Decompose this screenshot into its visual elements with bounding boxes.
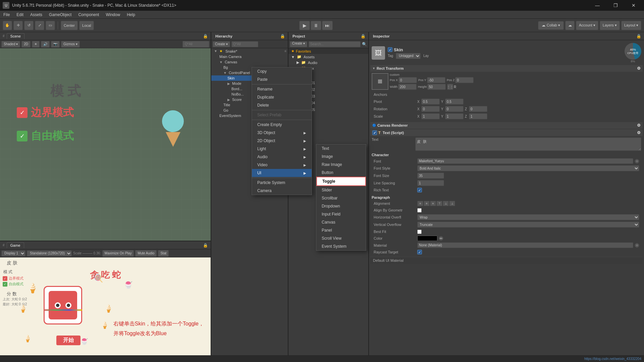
mute-audio[interactable]: Mute Audio xyxy=(135,250,157,257)
menu-gameobject[interactable]: GameObject xyxy=(46,11,75,18)
scale-y-input[interactable] xyxy=(445,113,464,119)
ctx-create-empty[interactable]: Create Empty xyxy=(252,121,312,129)
align-center-btn[interactable]: ≡ xyxy=(424,201,430,206)
enable-checkbox[interactable]: ✓ xyxy=(388,47,392,52)
raycast-checkbox[interactable]: ✓ xyxy=(417,250,422,254)
hierarchy-item-maincamera[interactable]: Main Camera xyxy=(211,54,288,59)
rect-tool-button[interactable]: ▭ xyxy=(46,21,55,30)
ctx-delete[interactable]: Delete xyxy=(252,101,312,109)
ctx-copy[interactable]: Copy xyxy=(252,67,312,75)
resolution-select[interactable]: Standalone (1280x720) xyxy=(27,250,72,256)
align-bottom-btn[interactable]: ⊥ xyxy=(449,201,455,206)
scene-search-input[interactable] xyxy=(182,41,209,48)
font-style-dropdown[interactable]: Bold And Italic xyxy=(417,165,639,171)
text-settings-icon[interactable]: ⚙ xyxy=(637,130,641,135)
move-tool-button[interactable]: ✛ xyxy=(13,21,23,30)
canvas-renderer-header[interactable]: 🔵 Canvas Renderer ⚙ xyxy=(370,122,643,129)
ctx-rename[interactable]: Rename xyxy=(252,85,312,93)
hierarchy-lock-icon[interactable]: 🔒 xyxy=(280,34,285,39)
ctx-2d-object[interactable]: 2D Object ▶ xyxy=(252,137,312,145)
ctx-select-prefab[interactable]: Select Prefab xyxy=(252,111,312,119)
play-button[interactable]: ▶ xyxy=(299,21,310,30)
pos-z-input[interactable] xyxy=(455,77,474,83)
align-top-btn[interactable]: ⊤ xyxy=(436,201,442,206)
step-button[interactable]: ⏭ xyxy=(322,21,333,30)
hierarchy-create-btn[interactable]: Create ▾ xyxy=(213,41,230,47)
ctx-3d-object[interactable]: 3D Object ▶ xyxy=(252,129,312,137)
project-item-audio[interactable]: ▶ 📁 Audio xyxy=(288,60,368,65)
width-input[interactable] xyxy=(398,84,417,90)
menu-component[interactable]: Component xyxy=(75,11,102,18)
rot-z-input[interactable] xyxy=(469,106,487,112)
ctx-ui[interactable]: UI ▶ xyxy=(252,169,312,177)
horiz-overflow-dropdown[interactable]: Wrap xyxy=(417,214,639,220)
display-select[interactable]: Display 1 xyxy=(1,250,25,256)
align-middle-btn[interactable]: ⊥ xyxy=(443,201,449,206)
gizmos-dropdown[interactable]: Gizmos ▾ xyxy=(61,41,80,48)
submenu-panel[interactable]: Panel xyxy=(316,226,366,234)
2d-toggle[interactable]: 2D xyxy=(21,41,31,48)
pos-x-input[interactable] xyxy=(398,77,417,83)
close-button[interactable]: ✕ xyxy=(626,0,641,11)
menu-help[interactable]: Help xyxy=(123,11,139,18)
r-button[interactable]: ⋮⋮ xyxy=(447,84,453,90)
collab-button[interactable]: ☁ Collab ▾ xyxy=(538,21,564,30)
pause-button[interactable]: ⏸ xyxy=(311,21,321,30)
rich-text-checkbox[interactable]: ✓ xyxy=(417,188,422,192)
rot-x-input[interactable] xyxy=(421,106,440,112)
submenu-toggle[interactable]: Toggle xyxy=(316,177,366,186)
text-textarea[interactable]: 皮 肤 xyxy=(415,137,641,151)
game-lock-icon[interactable]: 🔒 xyxy=(203,243,208,248)
project-create-btn[interactable]: Create ▾ xyxy=(290,41,307,47)
stats-toggle[interactable]: Stat xyxy=(158,250,169,257)
ctx-audio[interactable]: Audio ▶ xyxy=(252,153,312,161)
lighting-toggle[interactable]: ☀ xyxy=(32,41,40,48)
material-picker-btn[interactable]: ○ xyxy=(635,243,639,248)
scale-x-input[interactable] xyxy=(421,113,440,119)
effects-toggle[interactable]: 📷 xyxy=(51,41,60,48)
maximize-button[interactable]: ❐ xyxy=(608,0,623,11)
pivot-x-input[interactable] xyxy=(421,99,440,105)
align-by-geometry-checkbox[interactable] xyxy=(417,208,422,213)
layout-dropdown[interactable]: Layout ▾ xyxy=(621,21,641,30)
submenu-input-field[interactable]: Input Field xyxy=(316,210,366,218)
best-fit-checkbox[interactable] xyxy=(417,230,422,234)
menu-window[interactable]: Window xyxy=(102,11,123,18)
project-lock-icon[interactable]: 🔒 xyxy=(361,34,366,39)
pivot-y-input[interactable] xyxy=(445,99,464,105)
tab-scene[interactable]: Scene xyxy=(7,33,24,39)
ctx-duplicate[interactable]: Duplicate xyxy=(252,93,312,101)
rot-y-input[interactable] xyxy=(445,106,464,112)
maximize-on-play[interactable]: Maximize On Play xyxy=(102,250,134,257)
search-icon[interactable]: 🔍 xyxy=(362,42,367,47)
ctx-paste[interactable]: Paste xyxy=(252,75,312,83)
project-search-input[interactable] xyxy=(309,41,361,47)
inspector-lock-icon[interactable]: 🔒 xyxy=(636,34,641,39)
submenu-canvas[interactable]: Canvas xyxy=(316,218,366,226)
tag-dropdown[interactable]: Untagged xyxy=(396,53,421,59)
rect-diagram[interactable] xyxy=(372,73,388,90)
rect-transform-header[interactable]: ▼ Rect Transform ⚙ xyxy=(370,65,643,72)
center-dropdown[interactable]: Center xyxy=(61,21,78,30)
color-swatch[interactable] xyxy=(417,236,437,241)
hierarchy-item-snake[interactable]: ▼ ★ Snake* ≡ xyxy=(211,48,288,54)
audio-toggle[interactable]: 🔊 xyxy=(41,41,50,48)
submenu-event-system[interactable]: Event System xyxy=(316,242,366,250)
submenu-slider[interactable]: Slider xyxy=(316,186,366,194)
rotate-tool-button[interactable]: ↺ xyxy=(24,21,34,30)
canvas-settings-icon[interactable]: ⚙ xyxy=(637,123,641,128)
local-dropdown[interactable]: Local xyxy=(79,21,94,30)
scale-z-input[interactable] xyxy=(469,113,487,119)
font-size-input[interactable] xyxy=(417,173,444,179)
tab-game[interactable]: Game xyxy=(7,242,24,248)
submenu-raw-image[interactable]: Raw Image xyxy=(316,161,366,169)
submenu-text[interactable]: Text xyxy=(316,144,366,153)
ctx-video[interactable]: Video ▶ xyxy=(252,161,312,169)
color-picker-btn[interactable]: ✏ xyxy=(439,236,443,241)
align-right-btn[interactable]: ≡ xyxy=(430,201,436,206)
hierarchy-search-input[interactable] xyxy=(231,41,258,47)
menu-assets[interactable]: Assets xyxy=(27,11,46,18)
start-button[interactable]: 开始 xyxy=(56,336,80,345)
ctx-camera[interactable]: Camera xyxy=(252,187,312,195)
layers-dropdown[interactable]: Layers ▾ xyxy=(600,21,620,30)
